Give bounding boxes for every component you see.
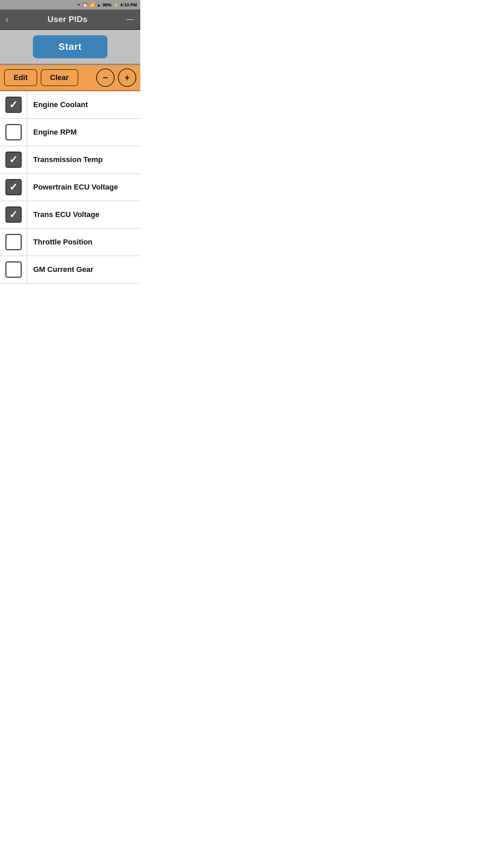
pid-item-1[interactable]: Engine RPM (0, 119, 140, 146)
page-title: User PIDs (47, 15, 87, 24)
pid-checkbox-area-3: ✓ (0, 174, 27, 201)
signal-icon: ▲ (97, 2, 101, 7)
checkmark-icon-0: ✓ (9, 100, 18, 110)
pid-checkbox-area-5 (0, 229, 27, 256)
checkmark-icon-3: ✓ (9, 182, 18, 192)
pid-label-1: Engine RPM (27, 128, 83, 137)
pid-list: ✓Engine CoolantEngine RPM✓Transmission T… (0, 91, 140, 283)
pid-checkbox-3[interactable]: ✓ (5, 179, 22, 195)
pid-label-4: Trans ECU Voltage (27, 210, 105, 219)
battery-percent: 98% (103, 2, 111, 7)
pid-checkbox-2[interactable]: ✓ (5, 152, 22, 168)
pid-label-3: Powertrain ECU Voltage (27, 183, 124, 192)
status-icons: ⚭ ⏰ 📶 ▲ 98% ⚡ 4:10 PM (77, 2, 137, 7)
pid-checkbox-0[interactable]: ✓ (5, 97, 22, 113)
pid-checkbox-area-4: ✓ (0, 201, 27, 228)
bluetooth-icon: ⚭ (77, 2, 81, 7)
pid-label-6: GM Current Gear (27, 265, 99, 274)
pid-checkbox-4[interactable]: ✓ (5, 206, 22, 223)
checkmark-icon-4: ✓ (9, 210, 18, 220)
pid-checkbox-area-1 (0, 119, 27, 146)
header: ‹ User PIDs — (0, 9, 140, 30)
pid-item-0[interactable]: ✓Engine Coolant (0, 91, 140, 119)
start-area: Start (0, 30, 140, 65)
bottom-area (0, 283, 140, 324)
pid-checkbox-6[interactable] (5, 261, 22, 278)
edit-button[interactable]: Edit (4, 69, 37, 86)
menu-button[interactable]: — (126, 16, 135, 23)
clear-button[interactable]: Clear (41, 69, 78, 86)
pid-checkbox-area-0: ✓ (0, 91, 27, 118)
pid-item-6[interactable]: GM Current Gear (0, 256, 140, 283)
pid-label-5: Throttle Position (27, 238, 99, 246)
pid-checkbox-1[interactable] (5, 124, 22, 140)
status-bar: ⚭ ⏰ 📶 ▲ 98% ⚡ 4:10 PM (0, 0, 140, 9)
pid-label-2: Transmission Temp (27, 155, 109, 164)
pid-checkbox-5[interactable] (5, 234, 22, 250)
time-display: 4:10 PM (120, 2, 137, 7)
toolbar: Edit Clear − + (0, 65, 140, 91)
back-button[interactable]: ‹ (5, 15, 8, 24)
pid-item-3[interactable]: ✓Powertrain ECU Voltage (0, 174, 140, 201)
increment-button[interactable]: + (118, 68, 136, 87)
decrement-button[interactable]: − (96, 68, 115, 87)
checkmark-icon-2: ✓ (9, 155, 18, 165)
start-button[interactable]: Start (33, 35, 107, 58)
alarm-icon: ⏰ (82, 2, 88, 7)
pid-item-5[interactable]: Throttle Position (0, 229, 140, 256)
pid-label-0: Engine Coolant (27, 100, 94, 109)
pid-item-2[interactable]: ✓Transmission Temp (0, 146, 140, 174)
pid-item-4[interactable]: ✓Trans ECU Voltage (0, 201, 140, 229)
charging-icon: ⚡ (113, 2, 119, 7)
wifi-icon: 📶 (89, 2, 95, 7)
pid-checkbox-area-6 (0, 256, 27, 283)
pid-checkbox-area-2: ✓ (0, 146, 27, 173)
